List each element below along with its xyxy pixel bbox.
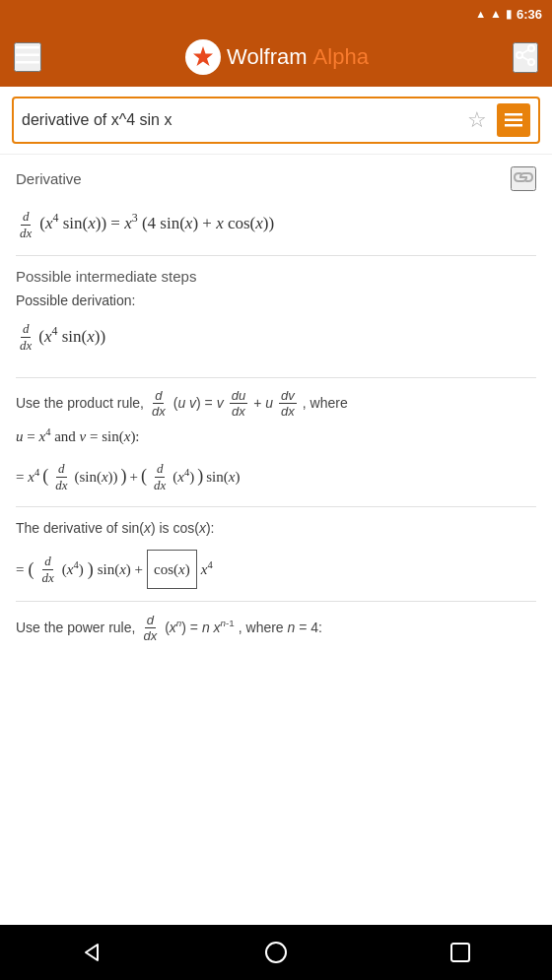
home-button[interactable] <box>246 929 306 976</box>
step2-block: The derivative of sin(x) is cos(x): = ( … <box>0 507 552 601</box>
step2-text: The derivative of sin(x) is cos(x): <box>16 517 536 541</box>
svg-point-14 <box>266 943 286 962</box>
share-button[interactable] <box>513 42 538 73</box>
svg-point-4 <box>528 45 534 51</box>
step1-result: = x4 ( d dx (sin(x)) ) + ( d dx (x4) ) s… <box>16 457 536 496</box>
bottom-nav <box>0 925 552 980</box>
derivative-section-header: Derivative <box>0 154 552 197</box>
steps-title: Possible intermediate steps <box>16 268 536 285</box>
logo: WolframAlpha <box>185 39 369 75</box>
derivation-formula: d dx (x4 sin(x)) <box>16 318 536 355</box>
input-menu-button[interactable] <box>497 103 530 137</box>
steps-section: Possible intermediate steps Possible der… <box>0 256 552 376</box>
step3-text: Use the power rule, d dx (xn) = n xn-1 ,… <box>16 612 536 645</box>
svg-marker-3 <box>193 46 213 66</box>
derivative-formula-block: d dx (x4 sin(x)) = x3 (4 sin(x) + x cos(… <box>0 197 552 255</box>
app-header: WolframAlpha <box>0 28 552 87</box>
logo-star-icon <box>185 39 221 75</box>
status-bar: ▲ ▲ ▮ 6:36 <box>0 0 552 28</box>
step1-text: Use the product rule, d dx (u v) = v du … <box>16 388 536 420</box>
content-area: Derivative d dx (x4 sin(x)) = x3 (4 sin(… <box>0 154 552 925</box>
step1-condition: u = x4 and v = sin(x): <box>16 424 536 450</box>
favorite-button[interactable]: ☆ <box>463 103 491 137</box>
back-button[interactable] <box>62 929 121 976</box>
svg-point-6 <box>528 59 534 65</box>
svg-point-5 <box>517 52 522 58</box>
d-dx-fraction: d dx <box>16 205 35 241</box>
svg-rect-10 <box>505 119 522 122</box>
svg-line-7 <box>522 56 529 60</box>
step2-result: = ( d dx (x4) ) sin(x) + cos(x) x4 <box>16 549 536 591</box>
status-time: 6:36 <box>517 7 542 22</box>
svg-rect-15 <box>451 944 469 961</box>
svg-marker-13 <box>86 945 98 960</box>
search-input[interactable] <box>22 111 457 129</box>
battery-icon: ▮ <box>506 7 513 21</box>
svg-rect-0 <box>16 46 39 49</box>
search-container: ☆ <box>0 87 552 154</box>
svg-rect-2 <box>16 61 39 64</box>
link-button[interactable] <box>511 166 536 191</box>
wifi-icon: ▲ <box>475 8 486 20</box>
derivative-formula: d dx (x4 sin(x)) = x3 (4 sin(x) + x cos(… <box>16 205 536 241</box>
derivative-title: Derivative <box>16 170 82 187</box>
signal-icon: ▲ <box>490 7 502 21</box>
logo-alpha-text: Alpha <box>313 44 369 70</box>
svg-rect-1 <box>16 54 39 57</box>
step1-block: Use the product rule, d dx (u v) = v du … <box>0 378 552 506</box>
step3-block: Use the power rule, d dx (xn) = n xn-1 ,… <box>0 602 552 655</box>
svg-rect-9 <box>505 113 522 116</box>
logo-wolfram-text: Wolfram <box>227 44 308 70</box>
steps-subtitle: Possible derivation: <box>16 293 536 308</box>
status-icons: ▲ ▲ ▮ 6:36 <box>475 7 542 22</box>
where-text: , where <box>303 388 348 419</box>
search-bar: ☆ <box>12 97 540 144</box>
hamburger-button[interactable] <box>14 42 41 72</box>
recents-button[interactable] <box>431 929 490 976</box>
svg-rect-11 <box>505 124 522 127</box>
svg-line-8 <box>522 49 529 53</box>
